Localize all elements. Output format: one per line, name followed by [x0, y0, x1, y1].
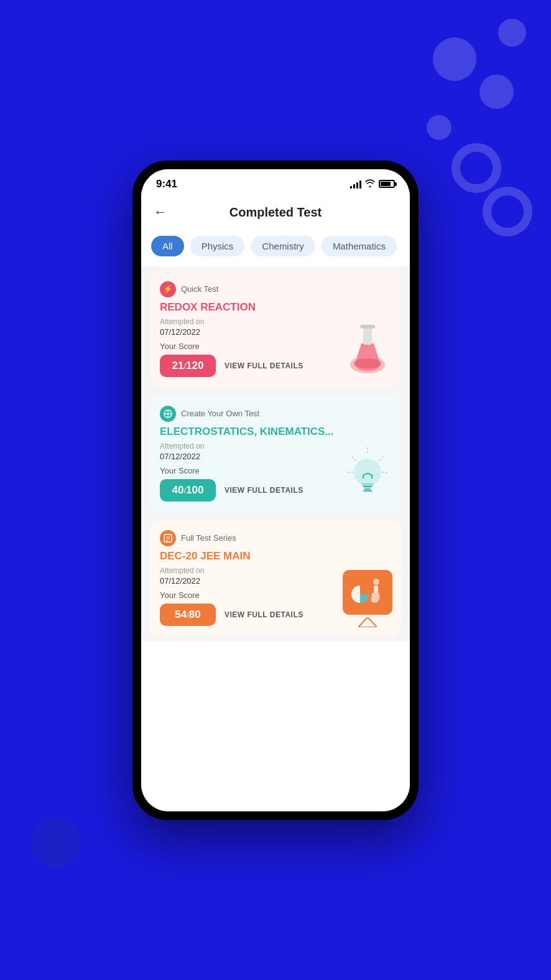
- card-type-row-2: Create Your Own Test: [160, 406, 391, 422]
- test-card-jee: Full Test Series DEC-20 JEE MAIN Attempt…: [150, 520, 401, 636]
- create-test-icon: [160, 406, 176, 422]
- svg-point-5: [167, 413, 169, 415]
- signal-bar-1: [350, 186, 352, 189]
- score-max-1: 120: [186, 360, 203, 371]
- card-type-label-2: Create Your Own Test: [181, 409, 259, 418]
- quick-test-icon: ⚡: [160, 281, 176, 297]
- card-type-row: ⚡ Quick Test: [160, 281, 391, 297]
- tab-all[interactable]: All: [151, 236, 184, 256]
- status-icons: [350, 179, 395, 189]
- app-content: ← Completed Test All Physics Chemistry M…: [141, 195, 410, 811]
- score-max-3: 80: [189, 609, 201, 620]
- bg-headphone-2: [483, 187, 532, 236]
- bg-circle-4: [427, 115, 451, 140]
- card-title-redox: REDOX REACTION: [160, 301, 391, 314]
- bg-circle-3: [479, 75, 514, 109]
- view-details-2[interactable]: VIEW FULL DETAILS: [225, 486, 303, 495]
- full-test-icon: [160, 530, 176, 546]
- svg-point-3: [354, 358, 381, 368]
- svg-line-12: [379, 457, 383, 461]
- svg-rect-24: [374, 586, 378, 593]
- status-bar: 9:41: [141, 169, 410, 195]
- score-badge-3: 54/80: [160, 604, 216, 626]
- battery-icon: [379, 180, 395, 188]
- tab-chemistry[interactable]: Chemistry: [251, 236, 315, 256]
- wifi-icon: [365, 179, 375, 189]
- status-time: 9:41: [156, 178, 177, 190]
- score-value-1: 21: [172, 360, 184, 371]
- view-details-1[interactable]: VIEW FULL DETAILS: [225, 362, 303, 370]
- cards-container: ⚡ Quick Test REDOX REACTION Attempted on…: [141, 266, 410, 641]
- card-title-electrostatics: ELECTROSTATICS, KINEMATICS...: [160, 426, 391, 438]
- signal-bar-4: [359, 180, 361, 189]
- page-header: ← Completed Test: [141, 195, 410, 230]
- bg-circle-2: [498, 19, 526, 47]
- svg-rect-1: [363, 326, 372, 345]
- svg-point-15: [354, 459, 381, 486]
- signal-icon: [350, 180, 361, 189]
- svg-rect-2: [360, 325, 375, 329]
- flask-illustration: [343, 320, 392, 378]
- score-max-2: 100: [186, 484, 203, 496]
- view-details-3[interactable]: VIEW FULL DETAILS: [225, 610, 303, 619]
- signal-bar-2: [353, 184, 355, 189]
- test-card-electrostatics: Create Your Own Test ELECTROSTATICS, KIN…: [150, 396, 401, 511]
- signal-bar-3: [356, 182, 358, 189]
- score-badge-2: 40/100: [160, 479, 216, 502]
- bulb-illustration: [343, 444, 392, 503]
- score-value-3: 54: [175, 609, 187, 620]
- bg-circle-5: [31, 818, 81, 868]
- card-type-label-3: Full Test Series: [181, 533, 236, 543]
- card-title-jee: DEC-20 JEE MAIN: [160, 550, 391, 562]
- page-title: Completed Test: [229, 205, 322, 220]
- filter-tabs-container: All Physics Chemistry Mathematics: [141, 230, 410, 266]
- card-type-row-3: Full Test Series: [160, 530, 391, 546]
- card-type-label: Quick Test: [181, 284, 218, 294]
- phone-frame: 9:41: [132, 161, 419, 820]
- score-value-2: 40: [172, 484, 184, 496]
- fulltest-illustration: [343, 570, 392, 627]
- test-card-redox: ⚡ Quick Test REDOX REACTION Attempted on…: [150, 271, 401, 387]
- battery-fill: [381, 182, 391, 186]
- tab-physics[interactable]: Physics: [190, 236, 245, 256]
- tab-mathematics[interactable]: Mathematics: [322, 236, 397, 256]
- svg-line-11: [352, 457, 356, 461]
- bg-circle-1: [433, 37, 476, 81]
- phone-screen: 9:41: [141, 169, 410, 811]
- bg-headphone-1: [451, 143, 501, 193]
- back-button[interactable]: ←: [154, 204, 167, 220]
- score-badge-1: 21/120: [160, 355, 216, 377]
